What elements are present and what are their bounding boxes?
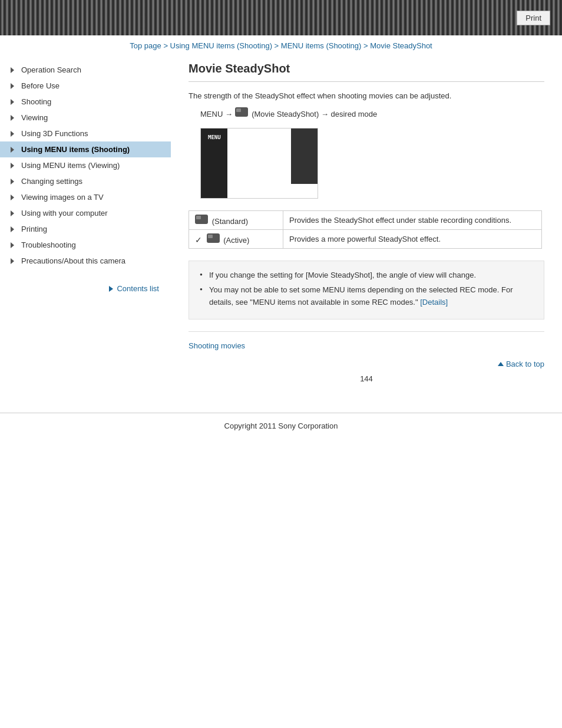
breadcrumb-using-menu[interactable]: Using MENU items (Shooting) [170,41,272,50]
copyright-text: Copyright 2011 Sony Corporation [224,421,338,430]
sidebar-item-operation-search[interactable]: Operation Search [0,62,171,78]
sidebar-item-using-computer[interactable]: Using with your computer [0,205,171,221]
triangle-up-icon [498,362,504,366]
sidebar-item-using-3d[interactable]: Using 3D Functions [0,126,171,141]
sidebar-item-precautions[interactable]: Precautions/About this camera [0,253,171,269]
sidebar-item-viewing-tv[interactable]: Viewing images on a TV [0,189,171,205]
standard-icon-cell: (Standard) [189,211,283,230]
standard-icon [195,215,210,224]
icon-shape [235,107,248,117]
footer: Copyright 2011 Sony Corporation [0,413,562,439]
main-layout: Operation Search Before Use Shooting Vie… [0,56,562,401]
arrow-icon [11,195,16,200]
arrow-icon [11,115,16,121]
arrow-icon [11,210,16,216]
arrow-icon [11,226,16,232]
sidebar-item-troubleshooting[interactable]: Troubleshooting [0,237,171,253]
note-item-1: If you change the setting for [Movie Ste… [200,269,533,282]
active-description: Provides a more powerful SteadyShot effe… [283,230,542,249]
table-row-active: ✓ (Active) Provides a more powerful Stea… [189,230,542,249]
steadyshot-icon [235,107,250,117]
arrow-icon [11,179,16,185]
arrow-icon [11,242,16,248]
camera-right-panel [291,129,318,184]
arrow-icon [11,99,16,105]
breadcrumb-menu-items[interactable]: MENU items (Shooting) [281,41,362,50]
arrow-icon [11,163,16,169]
arrow-icon [11,67,16,73]
page-number: 144 [189,374,544,383]
sidebar-item-before-use[interactable]: Before Use [0,78,171,94]
icon-shape [207,233,220,243]
separator [189,331,544,332]
page-title: Movie SteadyShot [189,62,544,82]
note-list: If you change the setting for [Movie Ste… [200,269,533,308]
standard-description: Provides the SteadyShot effect under sta… [283,211,542,230]
note-item-2: You may not be able to set some MENU ite… [200,284,533,309]
camera-screenshot: MENU [200,128,318,199]
menu-path: MENU → (Movie SteadyShot) → desired mode [200,107,544,118]
sidebar: Operation Search Before Use Shooting Vie… [0,56,171,401]
breadcrumb-current: Movie SteadyShot [370,41,432,50]
sidebar-item-using-menu-viewing[interactable]: Using MENU items (Viewing) [0,157,171,173]
note-box: If you change the setting for [Movie Ste… [189,261,544,319]
contents-list-link[interactable]: Contents list [0,278,171,299]
table-row-standard: (Standard) Provides the SteadyShot effec… [189,211,542,230]
sidebar-item-shooting[interactable]: Shooting [0,94,171,110]
check-icon: ✓ [195,235,202,245]
back-to-top-row: Back to top [189,360,544,368]
sidebar-item-printing[interactable]: Printing [0,221,171,237]
sidebar-item-using-menu-shooting[interactable]: Using MENU items (Shooting) [0,141,171,157]
mode-table: (Standard) Provides the SteadyShot effec… [189,210,542,249]
description-text: The strength of the SteadyShot effect wh… [189,91,544,100]
sidebar-item-changing-settings[interactable]: Changing settings [0,173,171,189]
print-button[interactable]: Print [517,11,550,25]
arrow-icon [11,147,16,153]
arrow-icon [11,131,16,137]
header-bar: Print [0,0,562,35]
sidebar-item-viewing[interactable]: Viewing [0,110,171,126]
menu-label: MENU [206,133,223,141]
arrow-icon [11,83,16,89]
icon-shape [195,215,208,224]
details-link[interactable]: [Details] [420,298,448,307]
arrow-right-icon [109,286,113,292]
shooting-movies-link[interactable]: Shooting movies [189,341,245,350]
active-icon [207,233,222,243]
content-area: Movie SteadyShot The strength of the Ste… [171,56,562,401]
arrow-icon [11,258,16,264]
active-icon-cell: ✓ (Active) [189,230,283,249]
breadcrumb: Top page > Using MENU items (Shooting) >… [0,35,562,56]
breadcrumb-top[interactable]: Top page [130,41,161,50]
back-to-top-link[interactable]: Back to top [498,360,544,368]
